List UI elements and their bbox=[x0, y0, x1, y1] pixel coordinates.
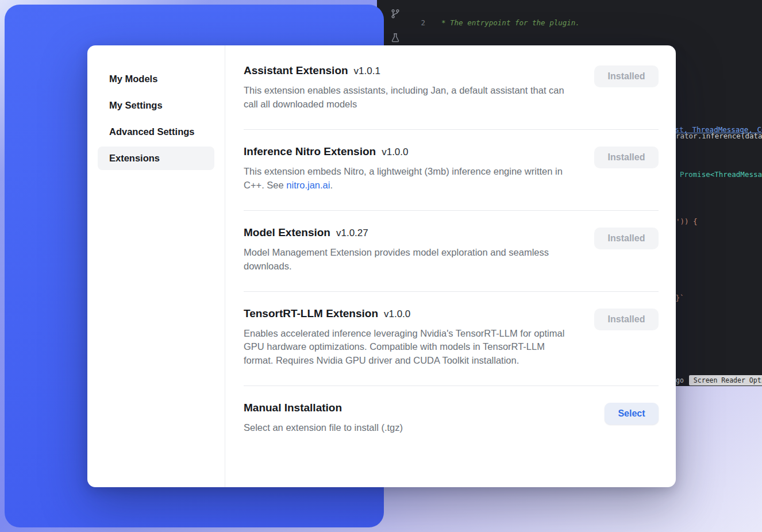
code-fragment: rator.inference(data)); bbox=[676, 132, 762, 140]
installed-button[interactable]: Installed bbox=[594, 65, 659, 87]
extension-title: Model Extensionv1.0.27 bbox=[244, 226, 576, 239]
installed-button[interactable]: Installed bbox=[594, 309, 659, 330]
extension-version: v1.0.0 bbox=[382, 147, 408, 157]
nitro-jan-ai-link[interactable]: nitro.jan.ai bbox=[286, 180, 330, 190]
extension-description: This extension embeds Nitro, a lightweig… bbox=[244, 165, 576, 192]
installed-button[interactable]: Installed bbox=[594, 228, 659, 249]
extension-description: Model Management Extension provides mode… bbox=[244, 246, 576, 273]
code-fragment: Promise<ThreadMessage> bbox=[680, 170, 762, 179]
sidebar-item-advanced-settings[interactable]: Advanced Settings bbox=[98, 120, 214, 144]
manual-installation-row: Manual Installation Select an extension … bbox=[244, 386, 659, 453]
sidebar-item-my-models[interactable]: My Models bbox=[98, 67, 214, 91]
settings-sidebar: My Models My Settings Advanced Settings … bbox=[87, 45, 225, 487]
extension-version: v1.0.1 bbox=[354, 65, 380, 76]
code-fragment: ')) { bbox=[676, 217, 698, 226]
extension-title: Assistant Extensionv1.0.1 bbox=[244, 64, 576, 77]
extension-row-inference-nitro: Inference Nitro Extensionv1.0.0 This ext… bbox=[244, 130, 659, 211]
extension-row-assistant: Assistant Extensionv1.0.1 This extension… bbox=[244, 49, 659, 130]
extension-row-model: Model Extensionv1.0.27 Model Management … bbox=[244, 211, 659, 292]
status-text: go bbox=[676, 376, 684, 384]
code-line: 2* The entrypoint for the plugin. bbox=[377, 18, 762, 28]
installed-button[interactable]: Installed bbox=[594, 147, 659, 168]
select-file-button[interactable]: Select bbox=[605, 403, 659, 425]
extension-row-tensorrt-llm: TensortRT-LLM Extensionv1.0.0 Enables ac… bbox=[244, 292, 659, 387]
extension-version: v1.0.27 bbox=[336, 228, 368, 238]
settings-modal: My Models My Settings Advanced Settings … bbox=[87, 45, 676, 487]
extension-version: v1.0.0 bbox=[384, 309, 410, 319]
extension-description: Enables accelerated inference leveraging… bbox=[244, 327, 576, 368]
extension-description: This extension enables assistants, inclu… bbox=[244, 84, 576, 111]
manual-installation-title: Manual Installation bbox=[244, 402, 403, 414]
extensions-list: Assistant Extensionv1.0.1 This extension… bbox=[225, 45, 676, 487]
extension-title: Inference Nitro Extensionv1.0.0 bbox=[244, 145, 576, 158]
extension-title: TensortRT-LLM Extensionv1.0.0 bbox=[244, 307, 576, 320]
sidebar-item-my-settings[interactable]: My Settings bbox=[98, 94, 214, 117]
screen-reader-optimized-chip[interactable]: Screen Reader Optimized bbox=[689, 375, 762, 385]
sidebar-item-extensions[interactable]: Extensions bbox=[98, 147, 214, 170]
manual-installation-description: Select an extension file to install (.tg… bbox=[244, 421, 403, 435]
